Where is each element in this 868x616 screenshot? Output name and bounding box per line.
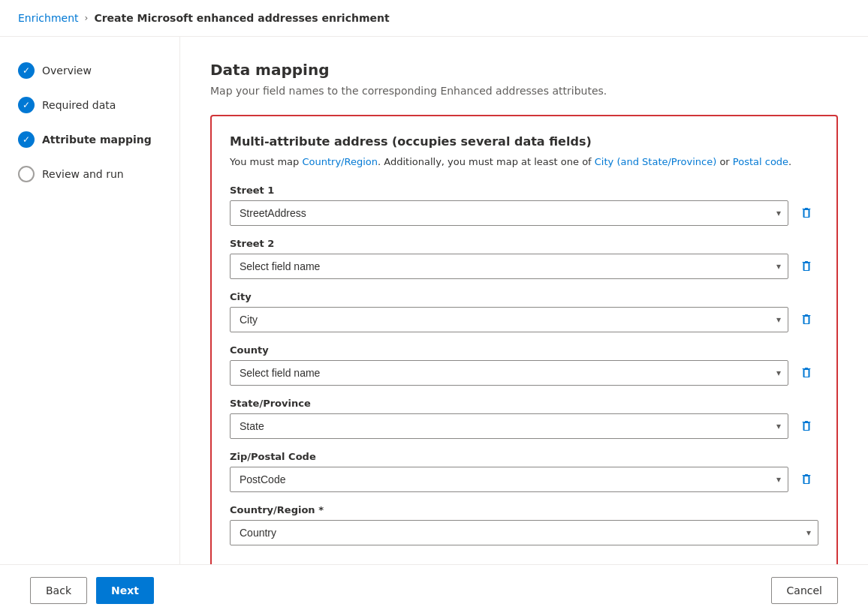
sidebar-item-required-data[interactable]: Required data: [12, 89, 167, 121]
sidebar-label-overview: Overview: [42, 65, 92, 77]
desc-link-city: City (and State/Province): [595, 156, 716, 167]
select-city[interactable]: City Select field name: [230, 307, 788, 332]
field-group-state: State/Province State Select field name ▾: [230, 398, 818, 439]
field-row-state: State Select field name ▾: [230, 413, 818, 439]
desc-suffix: .: [788, 156, 791, 167]
step-circle-attribute-mapping: [18, 131, 35, 148]
bottom-toolbar: Back Next Cancel: [0, 564, 868, 616]
delete-city-button[interactable]: [794, 308, 818, 332]
select-wrapper-state: State Select field name ▾: [230, 413, 788, 439]
sidebar-label-attribute-mapping: Attribute mapping: [42, 134, 152, 146]
sidebar-label-required-data: Required data: [42, 99, 116, 111]
field-label-street2: Street 2: [230, 238, 818, 249]
delete-county-button[interactable]: [794, 361, 818, 385]
field-group-county: County Select field name ▾: [230, 344, 818, 386]
select-street2[interactable]: Select field name: [230, 254, 788, 279]
breadcrumb-current: Create Microsoft enhanced addresses enri…: [94, 12, 389, 24]
sidebar-item-review-run[interactable]: Review and run: [12, 158, 167, 190]
field-group-street2: Street 2 Select field name ▾: [230, 238, 818, 279]
delete-street1-button[interactable]: [794, 201, 818, 225]
cancel-button[interactable]: Cancel: [771, 577, 838, 604]
field-group-street1: Street 1 StreetAddress Select field name…: [230, 185, 818, 226]
field-row-city: City Select field name ▾: [230, 307, 818, 332]
field-label-zip: Zip/Postal Code: [230, 451, 818, 462]
section-title: Data mapping: [210, 61, 838, 79]
field-label-county: County: [230, 344, 818, 356]
step-circle-review-run: [18, 166, 35, 182]
field-label-city: City: [230, 291, 818, 302]
field-row-street2: Select field name ▾: [230, 254, 818, 279]
breadcrumb: Enrichment › Create Microsoft enhanced a…: [0, 0, 868, 37]
toolbar-left: Back Next: [30, 577, 154, 604]
field-label-state: State/Province: [230, 398, 818, 409]
next-button[interactable]: Next: [96, 577, 154, 604]
select-wrapper-street1: StreetAddress Select field name ▾: [230, 200, 788, 226]
sidebar-item-attribute-mapping[interactable]: Attribute mapping: [12, 124, 167, 155]
select-wrapper-street2: Select field name ▾: [230, 254, 788, 279]
mapping-card: Multi-attribute address (occupies severa…: [210, 115, 838, 601]
content-area: Data mapping Map your field names to the…: [180, 37, 868, 616]
select-country[interactable]: Country Select field name: [230, 520, 818, 545]
select-wrapper-city: City Select field name ▾: [230, 307, 788, 332]
section-subtitle: Map your field names to the correspondin…: [210, 85, 838, 97]
desc-link-country: Country/Region: [302, 156, 378, 167]
back-button[interactable]: Back: [30, 577, 87, 604]
desc-link-postal: Postal code: [733, 156, 788, 167]
desc-mid1: . Additionally, you must map at least on…: [378, 156, 595, 167]
step-circle-overview: [18, 62, 35, 79]
select-state[interactable]: State Select field name: [230, 413, 788, 439]
card-title: Multi-attribute address (occupies severa…: [230, 134, 818, 149]
main-layout: Overview Required data Attribute mapping…: [0, 37, 868, 616]
breadcrumb-separator: ›: [85, 13, 89, 23]
select-wrapper-county: Select field name ▾: [230, 360, 788, 386]
field-group-zip: Zip/Postal Code PostCode Select field na…: [230, 451, 818, 492]
sidebar-label-review-run: Review and run: [42, 168, 124, 180]
select-wrapper-zip: PostCode Select field name ▾: [230, 467, 788, 492]
breadcrumb-parent[interactable]: Enrichment: [18, 12, 79, 24]
field-label-country: Country/Region *: [230, 504, 818, 515]
sidebar-item-overview[interactable]: Overview: [12, 55, 167, 86]
desc-prefix: You must map: [230, 156, 302, 167]
select-wrapper-country: Country Select field name ▾: [230, 520, 818, 545]
sidebar: Overview Required data Attribute mapping…: [0, 37, 180, 616]
delete-state-button[interactable]: [794, 414, 818, 438]
field-row-country: Country Select field name ▾: [230, 520, 818, 545]
field-row-zip: PostCode Select field name ▾: [230, 467, 818, 492]
select-street1[interactable]: StreetAddress Select field name: [230, 200, 788, 226]
step-circle-required-data: [18, 97, 35, 113]
delete-zip-button[interactable]: [794, 467, 818, 491]
field-group-city: City City Select field name ▾: [230, 291, 818, 332]
field-label-street1: Street 1: [230, 185, 818, 196]
desc-mid2: or: [716, 156, 733, 167]
card-description: You must map Country/Region. Additionall…: [230, 155, 818, 170]
field-row-county: Select field name ▾: [230, 360, 818, 386]
field-group-country: Country/Region * Country Select field na…: [230, 504, 818, 545]
field-row-street1: StreetAddress Select field name ▾: [230, 200, 818, 226]
select-county[interactable]: Select field name: [230, 360, 788, 386]
select-zip[interactable]: PostCode Select field name: [230, 467, 788, 492]
delete-street2-button[interactable]: [794, 254, 818, 278]
